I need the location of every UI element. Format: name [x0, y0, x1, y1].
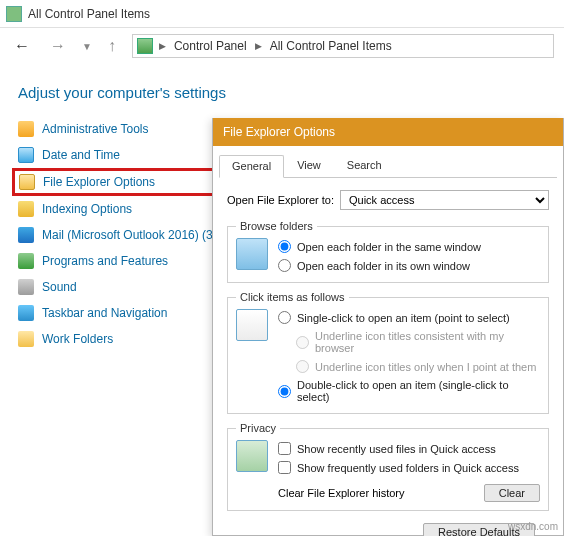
check-label: Show recently used files in Quick access: [297, 443, 496, 455]
folder-options-icon: [19, 174, 35, 190]
back-button[interactable]: ←: [10, 35, 34, 57]
browse-folders-legend: Browse folders: [236, 220, 317, 232]
privacy-legend: Privacy: [236, 422, 280, 434]
radio-label: Open each folder in its own window: [297, 260, 470, 272]
radio-single-click[interactable]: [278, 311, 291, 324]
dialog-titlebar[interactable]: File Explorer Options: [213, 118, 563, 146]
tab-view[interactable]: View: [284, 154, 334, 177]
dialog-title: File Explorer Options: [223, 125, 335, 139]
opt-recent-files[interactable]: Show recently used files in Quick access: [278, 440, 540, 457]
work-folders-icon: [18, 331, 34, 347]
opt-underline-browser: Underline icon titles consistent with my…: [278, 328, 540, 356]
history-icon: [236, 440, 268, 472]
clear-button[interactable]: Clear: [484, 484, 540, 502]
chevron-right-icon: ▶: [157, 41, 168, 51]
sound-icon: [18, 279, 34, 295]
cp-link[interactable]: Indexing Options: [42, 202, 132, 216]
radio-underline-browser: [296, 336, 309, 349]
radio-label: Double-click to open an item (single-cli…: [297, 379, 540, 403]
cp-link[interactable]: Taskbar and Navigation: [42, 306, 167, 320]
watermark: wsxdn.com: [508, 521, 558, 532]
radio-label: Underline icon titles only when I point …: [315, 361, 536, 373]
open-explorer-to-select[interactable]: Quick access: [340, 190, 549, 210]
cp-item-work-folders[interactable]: Work Folders: [18, 331, 230, 347]
chevron-right-icon: ▶: [253, 41, 264, 51]
control-panel-icon: [6, 6, 22, 22]
file-explorer-options-dialog: File Explorer Options General View Searc…: [212, 118, 564, 536]
cp-link[interactable]: Sound: [42, 280, 77, 294]
breadcrumb-all-items[interactable]: All Control Panel Items: [268, 39, 394, 53]
check-frequent-folders[interactable]: [278, 461, 291, 474]
open-explorer-to-row: Open File Explorer to: Quick access: [227, 190, 549, 210]
breadcrumb-control-panel[interactable]: Control Panel: [172, 39, 249, 53]
radio-label: Open each folder in the same window: [297, 241, 481, 253]
folders-icon: [236, 238, 268, 270]
programs-icon: [18, 253, 34, 269]
location-icon: [137, 38, 153, 54]
cursor-icon: [236, 309, 268, 341]
cp-item-sound[interactable]: Sound: [18, 279, 230, 295]
click-items-legend: Click items as follows: [236, 291, 349, 303]
history-dropdown[interactable]: ▼: [82, 41, 92, 52]
taskbar-icon: [18, 305, 34, 321]
window-titlebar: All Control Panel Items: [0, 0, 564, 28]
cp-item-programs[interactable]: Programs and Features: [18, 253, 230, 269]
radio-own-window[interactable]: [278, 259, 291, 272]
opt-double-click[interactable]: Double-click to open an item (single-cli…: [278, 377, 540, 405]
cp-item-mail[interactable]: Mail (Microsoft Outlook 2016) (3: [18, 227, 230, 243]
clear-history-label: Clear File Explorer history: [278, 487, 405, 499]
dialog-tabs: General View Search: [219, 154, 557, 178]
opt-frequent-folders[interactable]: Show frequently used folders in Quick ac…: [278, 459, 540, 476]
cp-link[interactable]: File Explorer Options: [43, 175, 155, 189]
forward-button[interactable]: →: [46, 35, 70, 57]
cp-link[interactable]: Work Folders: [42, 332, 113, 346]
opt-underline-point: Underline icon titles only when I point …: [278, 358, 540, 375]
cp-item-file-explorer-options[interactable]: File Explorer Options: [12, 168, 236, 196]
radio-label: Single-click to open an item (point to s…: [297, 312, 510, 324]
cp-link[interactable]: Date and Time: [42, 148, 120, 162]
cp-link[interactable]: Programs and Features: [42, 254, 168, 268]
radio-same-window[interactable]: [278, 240, 291, 253]
nav-toolbar: ← → ▼ ↑ ▶ Control Panel ▶ All Control Pa…: [0, 28, 564, 64]
cp-item-indexing[interactable]: Indexing Options: [18, 201, 230, 217]
up-button[interactable]: ↑: [104, 35, 120, 57]
page-heading: Adjust your computer's settings: [0, 64, 564, 121]
cp-item-taskbar[interactable]: Taskbar and Navigation: [18, 305, 230, 321]
opt-own-window[interactable]: Open each folder in its own window: [278, 257, 540, 274]
radio-double-click[interactable]: [278, 385, 291, 398]
cp-item-date-time[interactable]: Date and Time: [18, 147, 230, 163]
opt-single-click[interactable]: Single-click to open an item (point to s…: [278, 309, 540, 326]
radio-underline-point: [296, 360, 309, 373]
cp-item-admin-tools[interactable]: Administrative Tools: [18, 121, 230, 137]
click-items-group: Click items as follows Single-click to o…: [227, 291, 549, 414]
browse-folders-group: Browse folders Open each folder in the s…: [227, 220, 549, 283]
admin-tools-icon: [18, 121, 34, 137]
tab-general[interactable]: General: [219, 155, 284, 178]
indexing-icon: [18, 201, 34, 217]
window-title: All Control Panel Items: [28, 7, 150, 21]
tab-search[interactable]: Search: [334, 154, 395, 177]
privacy-group: Privacy Show recently used files in Quic…: [227, 422, 549, 511]
open-explorer-to-label: Open File Explorer to:: [227, 194, 334, 206]
address-bar[interactable]: ▶ Control Panel ▶ All Control Panel Item…: [132, 34, 554, 58]
check-recent-files[interactable]: [278, 442, 291, 455]
cp-link[interactable]: Mail (Microsoft Outlook 2016) (3: [42, 228, 213, 242]
radio-label: Underline icon titles consistent with my…: [315, 330, 540, 354]
dialog-body: Open File Explorer to: Quick access Brow…: [213, 178, 563, 536]
mail-icon: [18, 227, 34, 243]
opt-same-window[interactable]: Open each folder in the same window: [278, 238, 540, 255]
check-label: Show frequently used folders in Quick ac…: [297, 462, 519, 474]
control-panel-list: Administrative Tools Date and Time File …: [0, 121, 230, 347]
cp-link[interactable]: Administrative Tools: [42, 122, 149, 136]
date-time-icon: [18, 147, 34, 163]
